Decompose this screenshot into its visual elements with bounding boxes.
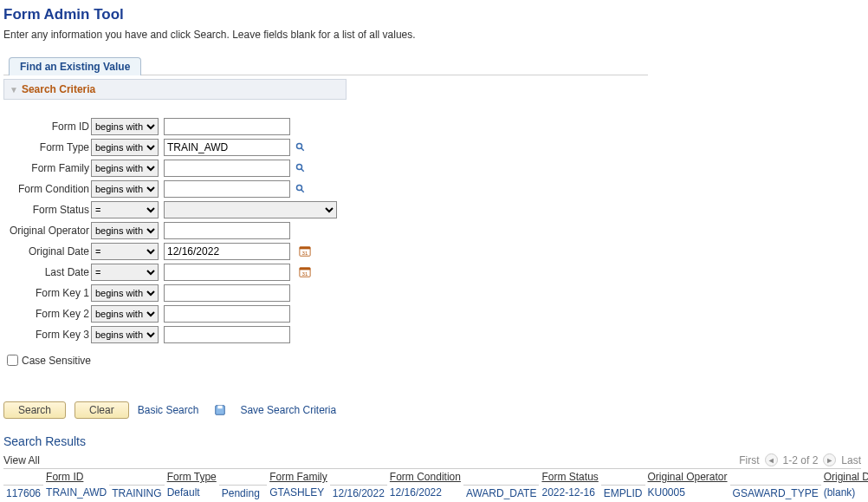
nav-range: 1-2 of 2 (783, 454, 819, 466)
last-date-label: Last Date (3, 266, 91, 278)
original-date-op[interactable]: = (91, 243, 159, 260)
original-operator-label: Original Operator (3, 225, 91, 237)
form-condition-input[interactable] (164, 180, 290, 198)
cell[interactable]: 12/16/2022 (387, 485, 463, 501)
calendar-icon: 31 (299, 245, 311, 258)
cell[interactable]: Default (165, 485, 219, 501)
results-header-row: Form ID Form Type Form Family Form Condi… (3, 469, 868, 485)
form-id-op[interactable]: begins with (91, 118, 159, 135)
collapse-icon: ▼ (10, 85, 18, 95)
nav-next-icon[interactable]: ► (823, 453, 836, 466)
svg-line-1 (301, 147, 304, 150)
form-family-label: Form Family (3, 162, 91, 174)
lookup-icon (295, 163, 306, 173)
original-operator-op[interactable]: begins with (91, 222, 159, 239)
case-sensitive-label[interactable]: Case Sensitive (22, 355, 91, 367)
original-date-input[interactable] (164, 243, 290, 260)
case-sensitive-checkbox[interactable] (7, 355, 18, 366)
svg-point-4 (297, 185, 302, 190)
cell[interactable]: 117606 (3, 485, 43, 501)
last-date-op[interactable]: = (91, 264, 159, 281)
cell[interactable]: 12/16/2022 (330, 485, 387, 501)
original-date-cal[interactable]: 31 (295, 245, 311, 258)
svg-rect-13 (218, 406, 223, 409)
col-form-status[interactable]: Form Status (539, 469, 600, 485)
form-condition-lookup[interactable] (295, 184, 306, 194)
form-id-input[interactable] (164, 118, 290, 135)
cell[interactable]: TRAINING (109, 485, 164, 501)
case-sensitive-row: Case Sensitive (3, 352, 865, 368)
form-key-3-input[interactable] (164, 326, 290, 343)
grid-bar: View All First ◄ 1-2 of 2 ► Last (3, 453, 861, 469)
form-key-1-label: Form Key 1 (3, 287, 91, 299)
results-heading: Search Results (3, 434, 865, 448)
section-title: Search Criteria (22, 83, 95, 95)
nav-last[interactable]: Last (841, 454, 861, 466)
cell[interactable]: GSAWARD_TYPE (730, 485, 821, 501)
cell[interactable]: TRAIN_AWD (43, 485, 109, 501)
section-search-criteria[interactable]: ▼ Search Criteria (3, 79, 347, 100)
view-all-link[interactable]: View All (3, 454, 40, 466)
col-orig-op[interactable]: Original Operator (645, 469, 730, 485)
form-family-op[interactable]: begins with (91, 160, 159, 177)
instructions-text: Enter any information you have and click… (3, 29, 865, 41)
clear-button[interactable]: Clear (74, 401, 129, 419)
svg-point-2 (297, 164, 302, 169)
save-search-icon (214, 404, 226, 416)
table-row[interactable]: 117606 TRAIN_AWD TRAINING Default Pendin… (3, 485, 868, 501)
form-type-op[interactable]: begins with (91, 139, 159, 156)
save-search-link[interactable]: Save Search Criteria (240, 404, 336, 416)
svg-point-0 (297, 143, 302, 148)
col-form-family[interactable]: Form Family (267, 469, 330, 485)
form-key-3-op[interactable]: begins with (91, 326, 159, 343)
svg-line-3 (301, 168, 304, 171)
last-date-input[interactable] (164, 264, 290, 281)
tab-row: Find an Existing Value (3, 56, 648, 75)
cell[interactable]: GTASHLEY (267, 485, 330, 501)
form-key-2-op[interactable]: begins with (91, 305, 159, 323)
original-date-label: Original Date (3, 245, 91, 258)
form-status-label: Form Status (3, 204, 91, 216)
button-row: Search Clear Basic Search Save Search Cr… (3, 401, 865, 419)
cell[interactable]: KU0005 (645, 485, 730, 501)
form-key-3-label: Form Key 3 (3, 329, 91, 341)
col-orig-date[interactable]: Original Date (821, 469, 868, 485)
cell[interactable]: Pending (219, 485, 267, 501)
form-family-input[interactable] (164, 160, 290, 177)
page-title: Form Admin Tool (3, 6, 865, 23)
form-status-op[interactable]: = (91, 201, 159, 218)
nav-first[interactable]: First (739, 454, 759, 466)
form-key-1-op[interactable]: begins with (91, 284, 159, 302)
form-family-lookup[interactable] (295, 163, 306, 173)
original-operator-input[interactable] (164, 222, 290, 239)
lookup-icon (295, 142, 306, 153)
results-table: Form ID Form Type Form Family Form Condi… (3, 469, 868, 502)
cell[interactable]: 2022-12-16 (539, 485, 600, 501)
form-key-1-input[interactable] (164, 284, 290, 302)
form-condition-label: Form Condition (3, 183, 91, 195)
cell[interactable]: EMPLID (601, 485, 645, 501)
nav-prev-icon[interactable]: ◄ (765, 453, 778, 466)
svg-line-5 (301, 189, 304, 192)
form-status-select[interactable] (164, 201, 337, 218)
svg-text:31: 31 (302, 270, 308, 276)
last-date-cal[interactable]: 31 (295, 266, 311, 278)
form-type-input[interactable] (164, 139, 290, 156)
col-form-type[interactable]: Form Type (165, 469, 219, 485)
form-type-lookup[interactable] (295, 142, 306, 153)
search-button[interactable]: Search (3, 401, 66, 419)
form-id-label: Form ID (3, 121, 91, 133)
col-form-id[interactable]: Form ID (43, 469, 109, 485)
form-condition-op[interactable]: begins with (91, 180, 159, 198)
tab-find-existing[interactable]: Find an Existing Value (9, 57, 141, 75)
basic-search-link[interactable]: Basic Search (138, 404, 199, 416)
lookup-icon (295, 184, 306, 194)
svg-text:31: 31 (302, 249, 308, 255)
form-type-label: Form Type (3, 141, 91, 153)
form-key-2-input[interactable] (164, 305, 290, 323)
form-key-2-label: Form Key 2 (3, 308, 91, 320)
col-form-condition[interactable]: Form Condition (387, 469, 463, 485)
cell[interactable]: AWARD_DATE (463, 485, 540, 501)
cell[interactable]: (blank) (821, 485, 868, 501)
criteria-form: Form ID begins with Form Type begins wit… (3, 117, 865, 368)
